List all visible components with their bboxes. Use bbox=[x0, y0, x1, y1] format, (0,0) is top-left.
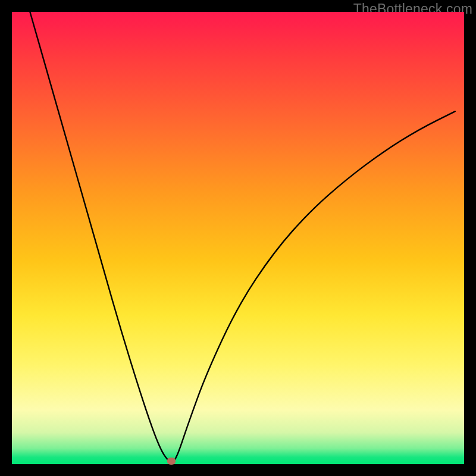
plot-area bbox=[12, 12, 464, 464]
optimum-marker bbox=[167, 458, 176, 465]
curve-svg bbox=[12, 12, 464, 464]
bottleneck-curve bbox=[30, 12, 455, 462]
chart-frame: TheBottleneck.com bbox=[0, 0, 476, 476]
